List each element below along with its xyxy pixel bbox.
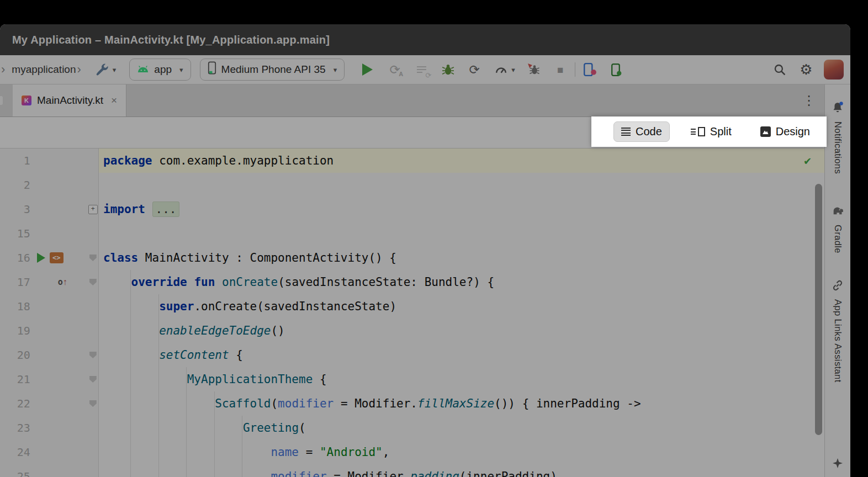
avatar[interactable]: [824, 60, 844, 80]
running-devices-button[interactable]: [581, 61, 599, 78]
gutter[interactable]: 17o↑: [0, 270, 99, 294]
fold-collapse-icon[interactable]: [89, 352, 97, 358]
search-everywhere-button[interactable]: [771, 61, 788, 78]
code-editor[interactable]: 1package com.example.myapplication✔23+im…: [0, 149, 824, 477]
settings-button[interactable]: ⚙: [797, 61, 815, 78]
tab-mainactivity[interactable]: K MainActivity.kt ×: [13, 84, 126, 116]
line-number: 24: [0, 446, 30, 459]
code-text[interactable]: Greeting(: [99, 416, 824, 440]
fold-expand-icon[interactable]: +: [88, 205, 98, 214]
code-line[interactable]: 24 name = "Android",: [0, 440, 824, 464]
code-text[interactable]: Scaffold(modifier = Modifier.fillMaxSize…: [99, 391, 824, 416]
run-configuration-select[interactable]: app ▾: [129, 59, 190, 81]
window-title: My Application – MainActivity.kt [My_App…: [12, 34, 330, 46]
code-text[interactable]: MyApplicationTheme {: [99, 367, 824, 391]
stripe-item-notifications[interactable]: Notifications: [831, 101, 844, 174]
compose-preview-icon[interactable]: <>: [50, 252, 63, 263]
attach-debugger-icon: [526, 62, 542, 77]
project-breadcrumb[interactable]: myapplication: [12, 63, 76, 76]
fold-collapse-icon[interactable]: [89, 255, 97, 261]
view-mode-design-button[interactable]: Design: [753, 121, 818, 142]
device-select[interactable]: Medium Phone API 35 ▾: [200, 59, 345, 81]
gutter[interactable]: 24: [0, 440, 99, 464]
attach-debugger-button[interactable]: [525, 61, 543, 78]
code-text[interactable]: import ...: [99, 197, 824, 221]
sparkle-icon[interactable]: [833, 458, 843, 468]
view-mode-label: Code: [636, 125, 662, 138]
close-icon[interactable]: ×: [111, 94, 117, 107]
code-text[interactable]: enableEdgeToEdge(): [99, 319, 824, 343]
code-line[interactable]: 3+import ...: [0, 197, 824, 221]
code-line[interactable]: 18 super.onCreate(savedInstanceState): [0, 294, 824, 319]
restart-activity-button[interactable]: ⟳: [465, 61, 483, 78]
line-number: 18: [0, 300, 30, 313]
code-text[interactable]: override fun onCreate(savedInstanceState…: [99, 270, 824, 294]
code-text[interactable]: setContent {: [99, 343, 824, 367]
code-line[interactable]: 16<>class MainActivity : ComponentActivi…: [0, 246, 824, 270]
gradle-elephant-icon: [831, 204, 845, 220]
code-line[interactable]: 17o↑ override fun onCreate(savedInstance…: [0, 270, 824, 294]
run-button[interactable]: [361, 62, 374, 77]
code-line[interactable]: 20 setContent {: [0, 343, 824, 367]
breadcrumb-chevron-icon: ›: [77, 63, 81, 76]
line-number: 1: [0, 154, 30, 167]
code-line[interactable]: 15: [0, 221, 824, 246]
gutter[interactable]: 1: [0, 149, 99, 173]
code-line[interactable]: 2: [0, 173, 824, 197]
code-line[interactable]: 25 modifier = Modifier.padding(innerPadd…: [0, 464, 824, 477]
search-icon: [772, 62, 787, 77]
profiler-button[interactable]: ▾: [492, 61, 516, 78]
stripe-item-gradle[interactable]: Gradle: [831, 204, 845, 253]
code-line[interactable]: 22 Scaffold(modifier = Modifier.fillMaxS…: [0, 391, 824, 416]
gutter[interactable]: 22: [0, 391, 99, 416]
view-mode-code-button[interactable]: Code: [613, 121, 670, 142]
code-text[interactable]: class MainActivity : ComponentActivity()…: [99, 246, 824, 270]
tab-label: MainActivity.kt: [37, 94, 103, 107]
code-text[interactable]: modifier = Modifier.padding(innerPadding…: [99, 464, 824, 477]
code-text[interactable]: [99, 221, 824, 246]
chevron-down-icon: ▾: [179, 66, 183, 74]
code-text[interactable]: name = "Android",: [99, 440, 824, 464]
stripe-item-app-links-assistant[interactable]: App Links Assistant: [831, 279, 844, 383]
build-tool-button[interactable]: ▾: [93, 61, 118, 78]
device-manager-button[interactable]: [607, 61, 625, 78]
code-text[interactable]: package com.example.myapplication✔: [99, 149, 824, 173]
gutter[interactable]: 19: [0, 319, 99, 343]
gutter[interactable]: 15: [0, 221, 99, 246]
apply-changes-button[interactable]: ⟳ A: [386, 61, 404, 78]
more-options-icon[interactable]: ⋮: [802, 94, 816, 107]
fold-collapse-icon[interactable]: [89, 400, 97, 407]
gutter[interactable]: 18: [0, 294, 99, 319]
right-tool-stripe: Notifications Gradle App Links Assistant: [824, 84, 850, 477]
code-line[interactable]: 21 MyApplicationTheme {: [0, 367, 824, 391]
editor-tab-bar: K MainActivity.kt × ⋮: [0, 84, 824, 117]
title-bar[interactable]: My Application – MainActivity.kt [My_App…: [0, 24, 850, 55]
gutter[interactable]: 16<>: [0, 246, 99, 270]
debug-button[interactable]: [439, 61, 457, 78]
fold-column: [87, 400, 98, 407]
run-line-icon[interactable]: [37, 253, 45, 263]
gutter[interactable]: 2: [0, 173, 99, 197]
code-line[interactable]: 1package com.example.myapplication✔: [0, 149, 824, 173]
apply-code-changes-button[interactable]: ⟳: [412, 61, 430, 78]
gutter[interactable]: 20: [0, 343, 99, 367]
scrollbar[interactable]: [815, 184, 822, 435]
code-text[interactable]: [99, 173, 824, 197]
gutter[interactable]: 3+: [0, 197, 99, 221]
stop-button[interactable]: ■: [552, 61, 569, 78]
bell-icon: [831, 101, 844, 116]
view-mode-split-button[interactable]: Split: [683, 121, 739, 142]
gutter[interactable]: 21: [0, 367, 99, 391]
device-label: Medium Phone API 35: [221, 63, 326, 76]
code-line[interactable]: 19 enableEdgeToEdge(): [0, 319, 824, 343]
tool-window-notch: [0, 96, 3, 105]
gutter[interactable]: 23: [0, 416, 99, 440]
code-text[interactable]: super.onCreate(savedInstanceState): [99, 294, 824, 319]
overriding-method-icon[interactable]: o↑: [58, 277, 67, 287]
code-line[interactable]: 23 Greeting(: [0, 416, 824, 440]
fold-collapse-icon[interactable]: [89, 279, 97, 285]
kotlin-file-icon: K: [22, 96, 31, 105]
debug-bug-icon: [440, 62, 456, 77]
fold-collapse-icon[interactable]: [89, 376, 97, 383]
gutter[interactable]: 25: [0, 464, 99, 477]
